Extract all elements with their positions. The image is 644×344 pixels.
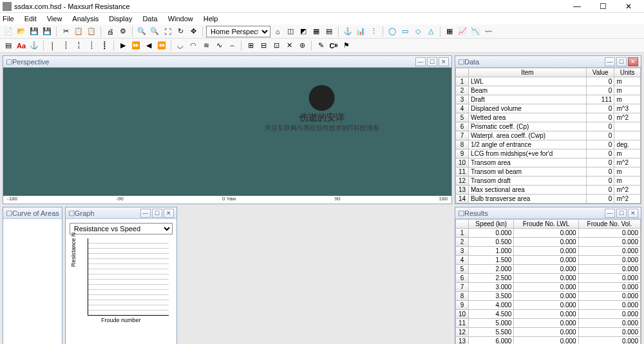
table-cell[interactable]: m — [614, 86, 641, 95]
mesh4-icon[interactable]: ✕ — [283, 40, 295, 52]
zoomin-icon[interactable]: 🔍 — [136, 26, 147, 37]
table-cell[interactable]: Transom area — [469, 158, 587, 167]
mesh1-icon[interactable]: ⊞ — [245, 40, 256, 52]
table-cell[interactable]: 7 — [456, 131, 469, 140]
panel-max-button[interactable]: ☐ — [616, 57, 627, 66]
table-cell[interactable]: m — [614, 177, 641, 186]
menu-data[interactable]: Data — [142, 15, 157, 23]
table-cell[interactable]: 8 — [456, 140, 469, 149]
table-cell[interactable]: 4.000 — [469, 301, 514, 310]
surf5-icon[interactable]: ⌢ — [226, 40, 238, 52]
view2-icon[interactable]: ◫ — [285, 26, 296, 37]
panel-close-button[interactable]: ✕ — [164, 209, 174, 218]
table-cell[interactable]: 0.000 — [578, 310, 640, 319]
zoomfit-icon[interactable]: ⛶ — [162, 26, 173, 37]
table-cell[interactable]: 5 — [456, 265, 469, 274]
paste-icon[interactable]: 📋 — [86, 26, 97, 37]
table-cell[interactable]: Waterpl. area coeff. (Cwp) — [469, 131, 587, 140]
table-cell[interactable]: 1/2 angle of entrance — [469, 140, 587, 149]
table-cell[interactable]: 0 — [586, 140, 614, 149]
line5-icon[interactable]: ┋ — [99, 40, 110, 52]
table-cell[interactable]: 111 — [586, 95, 614, 104]
table-cell[interactable] — [614, 122, 641, 131]
menu-edit[interactable]: Edit — [24, 15, 37, 23]
table-cell[interactable]: 0.000 — [514, 310, 578, 319]
table-cell[interactable]: 3.000 — [469, 283, 514, 292]
table-cell[interactable]: 0 — [586, 186, 614, 195]
table-cell[interactable]: 5.000 — [469, 319, 514, 328]
table-cell[interactable]: 0.000 — [578, 328, 640, 337]
compass-icon[interactable]: ⊛ — [296, 40, 308, 52]
table-cell[interactable]: 13 — [456, 337, 469, 345]
table-cell[interactable]: Transom draft — [469, 177, 587, 186]
copy-icon[interactable]: 📋 — [73, 26, 84, 37]
analysis2-icon[interactable]: 📊 — [355, 26, 366, 37]
table-cell[interactable]: 1.000 — [469, 247, 514, 256]
table-cell[interactable]: Wetted area — [469, 113, 587, 122]
table-cell[interactable]: m^3 — [614, 104, 641, 113]
table-cell[interactable]: 9 — [456, 149, 469, 158]
table-cell[interactable]: Prismatic coeff. (Cp) — [469, 122, 587, 131]
table-cell[interactable]: Displaced volume — [469, 104, 587, 113]
maximize-button[interactable]: ☐ — [590, 1, 616, 12]
table-cell[interactable]: 0.000 — [514, 328, 578, 337]
view4-icon[interactable]: ▦ — [310, 26, 322, 37]
table-cell[interactable]: 0.000 — [514, 283, 578, 292]
table-cell[interactable]: 0.000 — [578, 274, 640, 283]
panel-max-button[interactable]: ☐ — [427, 57, 437, 66]
print-icon[interactable]: 🖨 — [104, 26, 116, 37]
table-cell[interactable]: 0 — [586, 131, 614, 140]
panel-min-button[interactable]: — — [605, 209, 615, 218]
new-icon[interactable]: 📄 — [3, 26, 14, 37]
table-cell[interactable]: 3.500 — [469, 292, 514, 301]
table-cell[interactable]: 0.000 — [578, 256, 640, 265]
table-cell[interactable]: 0 — [586, 177, 614, 186]
table-cell[interactable]: 2 — [456, 238, 469, 247]
surf4-icon[interactable]: ∿ — [213, 40, 225, 52]
analysis3-icon[interactable]: ⋮ — [368, 26, 379, 37]
shape1-icon[interactable]: ◯ — [386, 26, 398, 37]
table-cell[interactable]: 0.000 — [514, 256, 578, 265]
curve-icon[interactable]: 〰 — [482, 26, 494, 37]
settings-icon[interactable]: ⚙ — [117, 26, 129, 37]
view1-icon[interactable]: ⌂ — [272, 26, 283, 37]
table-cell[interactable]: Beam — [469, 86, 587, 95]
table-cell[interactable]: Draft — [469, 95, 587, 104]
table-cell[interactable]: 0.000 — [514, 238, 578, 247]
table-cell[interactable]: 0.000 — [469, 229, 514, 238]
layer-icon[interactable]: ▤ — [3, 40, 14, 52]
table-cell[interactable]: 0.000 — [578, 265, 640, 274]
view3-icon[interactable]: ◩ — [298, 26, 309, 37]
results-table[interactable]: Speed (kn)Froude No. LWLFroude No. Vol.1… — [455, 219, 641, 344]
table-cell[interactable]: 0 — [586, 104, 614, 113]
table-cell[interactable]: 12 — [456, 328, 469, 337]
table-cell[interactable]: 0.000 — [514, 274, 578, 283]
table-cell[interactable]: 2 — [456, 86, 469, 95]
table-cell[interactable]: 0.000 — [514, 319, 578, 328]
menu-help[interactable]: Help — [204, 15, 218, 23]
table-cell[interactable]: 1 — [456, 77, 469, 86]
surf1-icon[interactable]: ◡ — [175, 40, 186, 52]
zoomout-icon[interactable]: 🔍 — [149, 26, 160, 37]
back-icon[interactable]: ◀ — [143, 40, 155, 52]
menu-display[interactable]: Display — [109, 15, 132, 23]
rewind-icon[interactable]: ⏪ — [156, 40, 167, 52]
minimize-button[interactable]: — — [564, 1, 590, 12]
panel-min-button[interactable]: — — [140, 209, 151, 218]
table-cell[interactable]: LCG from midships(+ve for'd — [469, 149, 587, 158]
table-cell[interactable]: m — [614, 167, 641, 177]
panel-close-button[interactable]: ✕ — [439, 57, 449, 66]
graph-selector[interactable]: Resistance vs Speed — [70, 223, 173, 234]
table-cell[interactable]: m^2 — [614, 113, 641, 122]
table-cell[interactable]: 0.000 — [578, 301, 640, 310]
table-cell[interactable]: 0.000 — [578, 319, 640, 328]
shape4-icon[interactable]: △ — [425, 26, 437, 37]
plot-icon[interactable]: 📉 — [469, 26, 481, 37]
table-cell[interactable]: 10 — [456, 158, 469, 167]
flag-icon[interactable]: ⚑ — [341, 40, 352, 52]
menu-analysis[interactable]: Analysis — [72, 15, 99, 23]
rotate-icon[interactable]: ↻ — [175, 26, 186, 37]
table-cell[interactable]: 0.000 — [578, 283, 640, 292]
pencil-icon[interactable]: ✎ — [315, 40, 327, 52]
table-cell[interactable]: 0.000 — [514, 247, 578, 256]
